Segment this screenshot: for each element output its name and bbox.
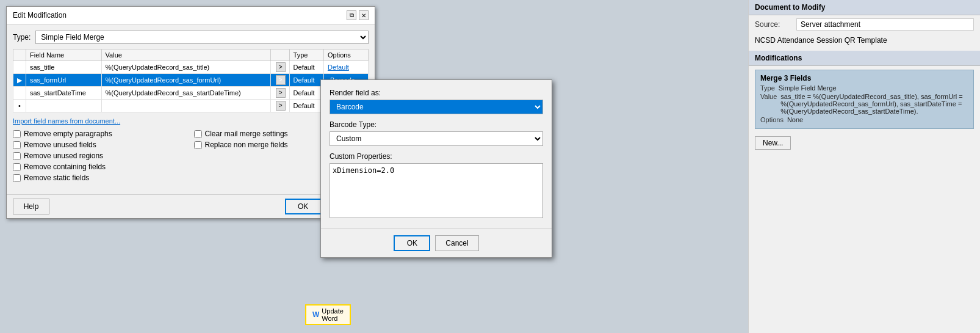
dialog-title: Edit Modification [13,11,67,20]
field-value-cell: %(QueryUpdatedRecord_sas_title) [101,61,270,74]
merge-item[interactable]: Merge 3 Fields Type Simple Field Merge V… [755,70,974,129]
field-value-cell: %(QueryUpdatedRecord_sas_formUrl) [101,74,270,87]
type-label: Type: [13,33,31,42]
word-icon: W [312,310,319,319]
merge-options-val: None [787,116,803,123]
render-select[interactable]: DefaultBarcodeImageHTMLText [330,100,543,114]
right-panel: Document to Modify Source: Server attach… [748,0,980,333]
checkbox-remove-static: Remove static fields [13,174,188,182]
merge-type-row: Type Simple Field Merge [760,84,968,92]
source-value: Server attachment [796,18,974,31]
checkbox-remove-static-label: Remove static fields [24,174,89,182]
checkbox-remove-regions-label: Remove unused regions [24,152,103,160]
merge-value-val: sas_title = %(QueryUpdatedRecord_sas_tit… [780,93,968,115]
checkbox-clear-mail-input[interactable] [194,130,202,138]
table-row[interactable]: sas_startDateTime%(QueryUpdatedRecord_sa… [13,87,369,100]
checkbox-grid: Remove empty paragraphs Clear mail merge… [13,130,369,182]
popup-footer: OK Cancel [321,229,552,257]
checkbox-remove-regions: Remove unused regions [13,152,188,160]
render-label: Render field as: [330,89,543,97]
checkbox-clear-mail-label: Clear mail merge settings [205,130,288,138]
dialog-titlebar: Edit Modification ⧉ ✕ [7,7,375,24]
arrow-cell[interactable]: > [270,87,289,100]
type-cell: Default [289,61,323,74]
row-indicator [13,87,26,100]
field-name-cell: sas_formUrl [26,74,102,87]
merge-type-key: Type [760,84,775,92]
merge-options-key: Options [760,116,784,123]
row-indicator: ▶ [13,74,26,87]
merge-value-row: Value sas_title = %(QueryUpdatedRecord_s… [760,93,968,115]
arrow-cell[interactable]: > [270,100,289,112]
col-options: Options [323,49,368,61]
doc-section-header: Document to Modify [749,0,980,15]
checkbox-remove-containing-label: Remove containing fields [24,163,106,171]
arrow-cell[interactable]: > [270,74,289,87]
type-row: Type: Simple Field Merge [13,31,369,44]
options-cell[interactable]: Default [323,61,368,74]
col-value: Value [101,49,270,61]
new-btn-container: New... [749,133,980,153]
popup-ok-button[interactable]: OK [394,235,430,251]
checkbox-remove-static-input[interactable] [13,174,21,182]
field-value-cell [101,100,270,112]
table-row[interactable]: •>Default [13,100,369,112]
source-label: Source: [755,20,791,29]
titlebar-controls: ⧉ ✕ [347,10,369,20]
field-table: Field Name Value Type Options sas_title%… [13,49,369,112]
arrow-btn[interactable]: > [276,75,286,85]
new-button[interactable]: New... [755,136,791,150]
col-type: Type [289,49,323,61]
merge-value-key: Value [760,93,777,115]
checkbox-replace-non-input[interactable] [194,141,202,149]
barcode-type-label: Barcode Type: [330,120,543,129]
options-link[interactable]: Default [328,64,349,71]
type-select[interactable]: Simple Field Merge [35,31,369,44]
arrow-btn[interactable]: > [276,101,286,111]
render-popup-body: Render field as: DefaultBarcodeImageHTML… [321,80,552,229]
type-cell: Default [289,100,323,112]
col-indicator [13,49,26,61]
arrow-btn[interactable]: > [276,62,286,72]
close-icon[interactable]: ✕ [359,10,369,20]
dialog-body: Type: Simple Field Merge Field Name Valu… [7,24,375,194]
field-name-cell: sas_title [26,61,102,74]
checkbox-remove-unused-label: Remove unused fields [24,141,96,149]
table-row[interactable]: sas_title%(QueryUpdatedRecord_sas_title)… [13,61,369,74]
custom-props-textarea[interactable]: xDimension=2.0 [330,163,543,218]
field-name-cell [26,100,102,112]
table-row[interactable]: ▶sas_formUrl%(QueryUpdatedRecord_sas_for… [13,74,369,87]
custom-props-label: Custom Properties: [330,152,543,161]
row-indicator: • [13,100,26,112]
checkbox-remove-unused-input[interactable] [13,141,21,149]
merge-options-row: Options None [760,116,968,123]
field-name-cell: sas_startDateTime [26,87,102,100]
checkbox-remove-unused: Remove unused fields [13,141,188,149]
render-popup: Render field as: DefaultBarcodeImageHTML… [320,79,552,258]
help-button[interactable]: Help [13,199,49,214]
checkbox-remove-containing-input[interactable] [13,163,21,171]
import-link[interactable]: Import field names from document... [13,117,369,125]
ok-button[interactable]: OK [285,199,322,214]
checkbox-remove-containing: Remove containing fields [13,163,188,171]
row-indicator [13,61,26,74]
arrow-cell[interactable]: > [270,61,289,74]
type-cell: Default [289,87,323,100]
checkbox-remove-empty-input[interactable] [13,130,21,138]
checkbox-remove-regions-input[interactable] [13,152,21,160]
update-word-btn[interactable]: W Update Word [305,304,351,325]
popup-cancel-button[interactable]: Cancel [435,235,478,251]
checkbox-remove-empty-label: Remove empty paragraphs [24,130,112,138]
checkbox-remove-empty: Remove empty paragraphs [13,130,188,138]
type-cell: Default [289,74,323,87]
checkbox-replace-non-label: Replace non merge fields [205,141,288,149]
barcode-type-select[interactable]: CustomQR CodeCode128Code39PDF417 [330,131,543,146]
modifications-header: Modifications [749,51,980,66]
col-arrow [270,49,289,61]
restore-icon[interactable]: ⧉ [347,10,356,20]
field-value-cell: %(QueryUpdatedRecord_sas_startDateTime) [101,87,270,100]
col-field-name: Field Name [26,49,102,61]
update-word-label: Update Word [322,307,343,322]
arrow-btn[interactable]: > [276,88,286,98]
merge-type-val: Simple Field Merge [779,84,837,92]
